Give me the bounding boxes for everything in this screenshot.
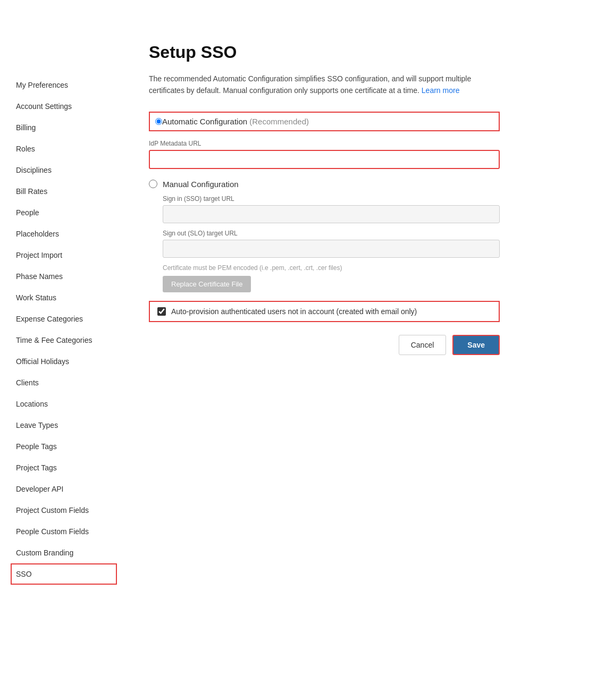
sidebar-item-my-preferences[interactable]: My Preferences [11, 74, 117, 96]
description: The recommended Automatic Configuration … [149, 73, 489, 97]
sidebar-item-roles[interactable]: Roles [11, 138, 117, 159]
manual-config-label: Manual Configuration [163, 180, 239, 189]
manual-config-row: Manual Configuration [149, 180, 500, 189]
automatic-config-label: Automatic Configuration (Recommended) [162, 117, 309, 126]
automatic-config-radio[interactable] [155, 118, 162, 125]
sidebar-item-official-holidays[interactable]: Official Holidays [11, 351, 117, 372]
action-buttons: Cancel Save [149, 335, 500, 355]
auto-provision-row: Auto-provision authenticated users not i… [149, 301, 500, 322]
sidebar-item-disciplines[interactable]: Disciplines [11, 159, 117, 181]
sidebar-item-placeholders[interactable]: Placeholders [11, 223, 117, 244]
auto-provision-label: Auto-provision authenticated users not i… [171, 307, 417, 316]
idp-metadata-url-input[interactable] [149, 150, 500, 169]
sidebar-item-account-settings[interactable]: Account Settings [11, 96, 117, 117]
sign-out-label: Sign out (SLO) target URL [163, 230, 500, 237]
idp-label: IdP Metadata URL [149, 140, 500, 147]
sign-out-field: Sign out (SLO) target URL [163, 230, 500, 258]
idp-field-group: IdP Metadata URL [149, 140, 500, 169]
sidebar-item-people-tags[interactable]: People Tags [11, 436, 117, 457]
sign-in-url-input[interactable] [163, 205, 500, 223]
automatic-config-row: Automatic Configuration (Recommended) [149, 112, 500, 131]
form-section: Automatic Configuration (Recommended) Id… [149, 112, 500, 355]
sidebar-item-phase-names[interactable]: Phase Names [11, 266, 117, 287]
sidebar-item-bill-rates[interactable]: Bill Rates [11, 181, 117, 202]
sidebar-item-project-tags[interactable]: Project Tags [11, 457, 117, 478]
sidebar-item-sso[interactable]: SSO [11, 563, 117, 585]
sidebar-item-project-import[interactable]: Project Import [11, 244, 117, 266]
cert-note: Certificate must be PEM encoded (i.e .pe… [163, 264, 500, 272]
sign-in-field: Sign in (SSO) target URL [163, 195, 500, 223]
auto-provision-checkbox[interactable] [157, 307, 166, 316]
sidebar-item-locations[interactable]: Locations [11, 393, 117, 415]
sidebar-item-developer-api[interactable]: Developer API [11, 478, 117, 500]
sidebar-item-leave-types[interactable]: Leave Types [11, 415, 117, 436]
replace-cert-button[interactable]: Replace Certificate File [163, 276, 251, 292]
manual-config-radio[interactable] [149, 180, 157, 188]
manual-section: Sign in (SSO) target URL Sign out (SLO) … [163, 195, 500, 292]
sidebar-item-work-status[interactable]: Work Status [11, 287, 117, 308]
sidebar-item-expense-categories[interactable]: Expense Categories [11, 308, 117, 330]
page-title: Setup SSO [149, 43, 573, 62]
sidebar-item-custom-branding[interactable]: Custom Branding [11, 542, 117, 563]
sidebar: My PreferencesAccount SettingsBillingRol… [0, 21, 128, 679]
sign-in-label: Sign in (SSO) target URL [163, 195, 500, 203]
sign-out-url-input[interactable] [163, 240, 500, 258]
learn-more-link[interactable]: Learn more [422, 86, 460, 95]
main-content: Setup SSO The recommended Automatic Conf… [128, 21, 605, 679]
sidebar-item-people[interactable]: People [11, 202, 117, 223]
cancel-button[interactable]: Cancel [399, 335, 447, 355]
sidebar-item-time-fee-categories[interactable]: Time & Fee Categories [11, 330, 117, 351]
sidebar-item-billing[interactable]: Billing [11, 117, 117, 138]
sidebar-item-people-custom-fields[interactable]: People Custom Fields [11, 521, 117, 542]
sidebar-item-clients[interactable]: Clients [11, 372, 117, 393]
save-button[interactable]: Save [452, 335, 500, 355]
sidebar-item-project-custom-fields[interactable]: Project Custom Fields [11, 500, 117, 521]
